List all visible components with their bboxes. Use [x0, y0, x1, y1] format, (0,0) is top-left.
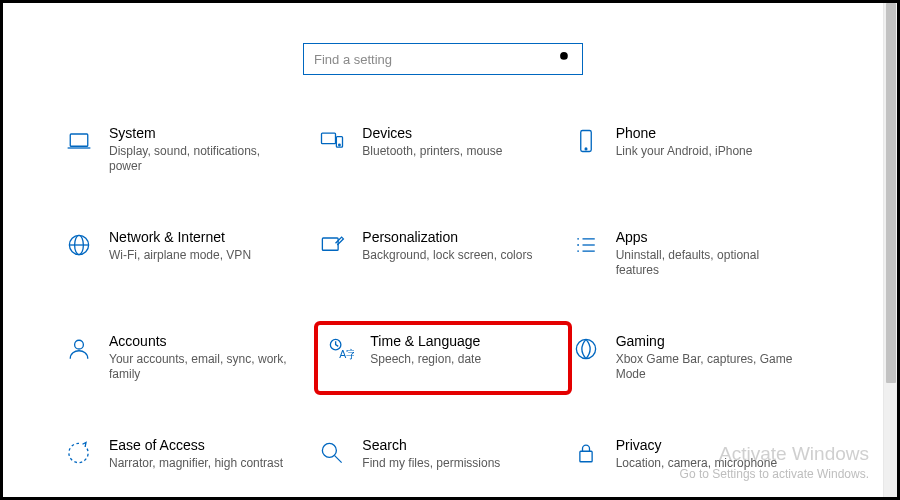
svg-rect-12	[323, 238, 339, 250]
tile-desc: Link your Android, iPhone	[616, 144, 753, 160]
svg-rect-4	[322, 133, 336, 144]
devices-icon	[316, 125, 348, 157]
tile-desc: Display, sound, notifications, power	[109, 144, 289, 175]
scrollbar-thumb[interactable]	[886, 3, 896, 383]
person-icon	[63, 333, 95, 365]
tile-title: Accounts	[109, 333, 289, 350]
tile-title: Phone	[616, 125, 753, 142]
svg-point-0	[560, 52, 568, 60]
svg-rect-2	[70, 134, 88, 146]
svg-point-23	[323, 443, 337, 457]
paint-icon	[316, 229, 348, 261]
lock-icon	[570, 437, 602, 469]
laptop-icon	[63, 125, 95, 157]
phone-icon	[570, 125, 602, 157]
tile-title: Search	[362, 437, 500, 454]
tile-desc: Xbox Game Bar, captures, Game Mode	[616, 352, 796, 383]
tile-title: Apps	[616, 229, 796, 246]
svg-text:A字: A字	[339, 348, 354, 360]
tile-desc: Wi-Fi, airplane mode, VPN	[109, 248, 251, 264]
tile-ease-of-access[interactable]: Ease of Access Narrator, magnifier, high…	[63, 427, 316, 487]
tile-time-language[interactable]: A字 Time & Language Speech, region, date	[316, 323, 569, 393]
svg-line-24	[335, 456, 342, 463]
tile-desc: Find my files, permissions	[362, 456, 500, 472]
tile-title: Privacy	[616, 437, 777, 454]
tile-desc: Background, lock screen, colors	[362, 248, 532, 264]
tile-phone[interactable]: Phone Link your Android, iPhone	[570, 115, 823, 185]
svg-point-8	[585, 148, 587, 150]
tile-apps[interactable]: Apps Uninstall, defaults, optional featu…	[570, 219, 823, 289]
list-icon	[570, 229, 602, 261]
tile-title: Devices	[362, 125, 502, 142]
tile-title: Time & Language	[370, 333, 481, 350]
tile-desc: Narrator, magnifier, high contrast	[109, 456, 283, 472]
svg-point-19	[75, 340, 84, 349]
tile-desc: Your accounts, email, sync, work, family	[109, 352, 289, 383]
globe-icon	[63, 229, 95, 261]
tile-title: Personalization	[362, 229, 532, 246]
tile-title: Network & Internet	[109, 229, 251, 246]
search-input[interactable]: Find a setting	[303, 43, 583, 75]
magnifier-icon	[316, 437, 348, 469]
tile-title: Gaming	[616, 333, 796, 350]
tile-title: System	[109, 125, 289, 142]
tile-search[interactable]: Search Find my files, permissions	[316, 427, 569, 487]
search-icon	[558, 50, 572, 68]
svg-point-22	[576, 339, 595, 358]
svg-line-1	[567, 59, 570, 62]
tile-privacy[interactable]: Privacy Location, camera, microphone	[570, 427, 823, 487]
gaming-icon	[570, 333, 602, 365]
svg-rect-25	[580, 451, 592, 462]
time-language-icon: A字	[324, 333, 356, 365]
tile-desc: Speech, region, date	[370, 352, 481, 368]
search-placeholder: Find a setting	[314, 52, 558, 67]
tile-desc: Location, camera, microphone	[616, 456, 777, 472]
tile-network[interactable]: Network & Internet Wi-Fi, airplane mode,…	[63, 219, 316, 289]
tile-gaming[interactable]: Gaming Xbox Game Bar, captures, Game Mod…	[570, 323, 823, 393]
settings-grid: System Display, sound, notifications, po…	[63, 115, 823, 487]
scrollbar[interactable]	[883, 3, 897, 497]
tile-title: Ease of Access	[109, 437, 283, 454]
svg-point-6	[339, 144, 341, 146]
tile-devices[interactable]: Devices Bluetooth, printers, mouse	[316, 115, 569, 185]
tile-accounts[interactable]: Accounts Your accounts, email, sync, wor…	[63, 323, 316, 393]
ease-icon	[63, 437, 95, 469]
tile-desc: Uninstall, defaults, optional features	[616, 248, 796, 279]
tile-system[interactable]: System Display, sound, notifications, po…	[63, 115, 316, 185]
tile-desc: Bluetooth, printers, mouse	[362, 144, 502, 160]
tile-personalization[interactable]: Personalization Background, lock screen,…	[316, 219, 569, 289]
